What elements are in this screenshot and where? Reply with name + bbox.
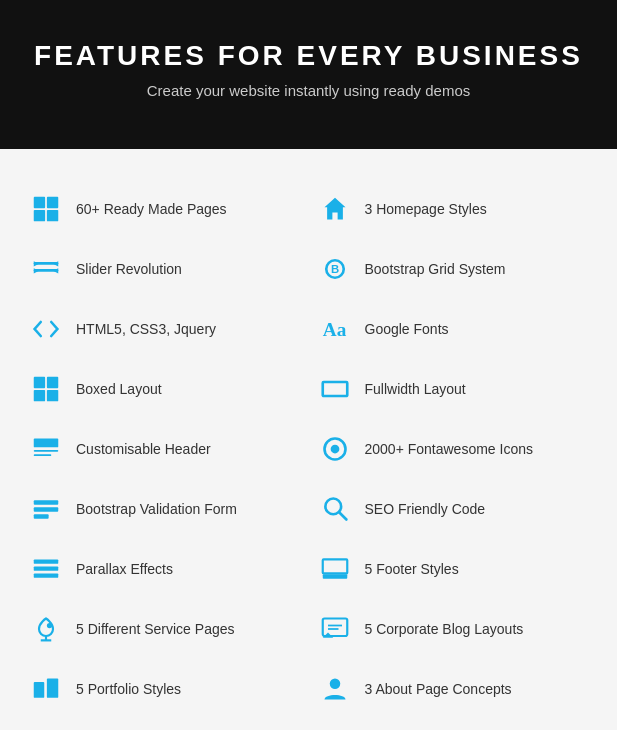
boxed-icon <box>30 373 62 405</box>
fullwidth-icon <box>319 373 351 405</box>
seo-icon <box>319 493 351 525</box>
about-icon <box>319 673 351 705</box>
svg-rect-40 <box>47 679 58 698</box>
pages-icon <box>30 193 62 225</box>
feature-item-service-pages: 5 Different Service Pages <box>20 599 309 659</box>
svg-rect-29 <box>34 566 59 570</box>
icons-icon <box>319 433 351 465</box>
portfolio-icon <box>30 673 62 705</box>
svg-rect-0 <box>34 197 45 208</box>
svg-rect-30 <box>34 573 59 577</box>
svg-rect-39 <box>34 682 45 698</box>
svg-rect-36 <box>322 619 347 637</box>
feature-label-seo: SEO Friendly Code <box>365 501 486 517</box>
feature-label-fontawesome: 2000+ Fontawesome Icons <box>365 441 534 457</box>
feature-label-footer-styles: 5 Footer Styles <box>365 561 459 577</box>
svg-rect-15 <box>34 390 45 401</box>
feature-item-ready-pages: 60+ Ready Made Pages <box>20 179 309 239</box>
feature-item-fullwidth-layout: Fullwidth Layout <box>309 359 598 419</box>
header-section: FEATURES FOR EVERY BUSINESS Create your … <box>0 0 617 149</box>
feature-label-blog-layouts: 5 Corporate Blog Layouts <box>365 621 524 637</box>
header-title: FEATURES FOR EVERY BUSINESS <box>20 40 597 72</box>
feature-item-boxed-layout: Boxed Layout <box>20 359 309 419</box>
svg-rect-16 <box>47 390 58 401</box>
feature-item-bootstrap-validation: Bootstrap Validation Form <box>20 479 309 539</box>
features-grid: 60+ Ready Made Pages3 Homepage StylesSli… <box>20 179 597 719</box>
service-icon <box>30 613 62 645</box>
feature-item-slider-revolution: Slider Revolution <box>20 239 309 299</box>
feature-item-parallax: Parallax Effects <box>20 539 309 599</box>
feature-label-slider-revolution: Slider Revolution <box>76 261 182 277</box>
svg-text:Aa: Aa <box>322 319 346 340</box>
parallax-icon <box>30 553 62 585</box>
feature-item-seo: SEO Friendly Code <box>309 479 598 539</box>
svg-rect-20 <box>34 454 52 456</box>
svg-rect-17 <box>322 382 347 396</box>
feature-label-service-pages: 5 Different Service Pages <box>76 621 235 637</box>
svg-marker-8 <box>34 268 39 273</box>
svg-text:B: B <box>330 263 338 275</box>
feature-item-homepage-styles: 3 Homepage Styles <box>309 179 598 239</box>
feature-item-about-concepts: 3 About Page Concepts <box>309 659 598 719</box>
svg-rect-14 <box>47 377 58 388</box>
feature-item-customisable-header: Customisable Header <box>20 419 309 479</box>
feature-label-portfolio-styles: 5 Portfolio Styles <box>76 681 181 697</box>
form-icon <box>30 493 62 525</box>
svg-rect-3 <box>47 210 58 221</box>
svg-rect-32 <box>322 574 347 578</box>
features-section: 60+ Ready Made Pages3 Homepage StylesSli… <box>0 149 617 730</box>
feature-label-bootstrap-grid: Bootstrap Grid System <box>365 261 506 277</box>
feature-item-html5: HTML5, CSS3, Jquery <box>20 299 309 359</box>
feature-label-google-fonts: Google Fonts <box>365 321 449 337</box>
feature-item-bootstrap-grid: BBootstrap Grid System <box>309 239 598 299</box>
feature-label-ready-pages: 60+ Ready Made Pages <box>76 201 227 217</box>
slider-icon <box>30 253 62 285</box>
feature-item-google-fonts: AaGoogle Fonts <box>309 299 598 359</box>
svg-rect-1 <box>47 197 58 208</box>
svg-rect-2 <box>34 210 45 221</box>
svg-rect-31 <box>322 559 347 573</box>
svg-rect-19 <box>34 450 59 452</box>
svg-point-41 <box>329 679 340 690</box>
svg-marker-6 <box>53 261 58 266</box>
header-subtitle: Create your website instantly using read… <box>20 82 597 99</box>
svg-marker-9 <box>53 268 58 273</box>
svg-line-27 <box>339 513 346 520</box>
feature-label-about-concepts: 3 About Page Concepts <box>365 681 512 697</box>
feature-label-homepage-styles: 3 Homepage Styles <box>365 201 487 217</box>
svg-point-22 <box>330 445 339 454</box>
home-icon <box>319 193 351 225</box>
feature-label-customisable-header: Customisable Header <box>76 441 211 457</box>
feature-item-blog-layouts: 5 Corporate Blog Layouts <box>309 599 598 659</box>
code-icon <box>30 313 62 345</box>
feature-label-bootstrap-validation: Bootstrap Validation Form <box>76 501 237 517</box>
footer-icon <box>319 553 351 585</box>
feature-label-fullwidth-layout: Fullwidth Layout <box>365 381 466 397</box>
fonts-icon: Aa <box>319 313 351 345</box>
feature-item-footer-styles: 5 Footer Styles <box>309 539 598 599</box>
feature-item-portfolio-styles: 5 Portfolio Styles <box>20 659 309 719</box>
feature-label-html5: HTML5, CSS3, Jquery <box>76 321 216 337</box>
svg-point-35 <box>47 623 52 628</box>
grid-icon: B <box>319 253 351 285</box>
feature-label-boxed-layout: Boxed Layout <box>76 381 162 397</box>
svg-rect-23 <box>34 500 59 504</box>
svg-marker-5 <box>34 261 39 266</box>
header-icon <box>30 433 62 465</box>
feature-item-fontawesome: 2000+ Fontawesome Icons <box>309 419 598 479</box>
svg-rect-13 <box>34 377 45 388</box>
svg-rect-28 <box>34 559 59 563</box>
feature-label-parallax: Parallax Effects <box>76 561 173 577</box>
svg-rect-25 <box>34 514 49 518</box>
blog-icon <box>319 613 351 645</box>
svg-rect-24 <box>34 507 59 511</box>
svg-rect-18 <box>34 439 59 448</box>
